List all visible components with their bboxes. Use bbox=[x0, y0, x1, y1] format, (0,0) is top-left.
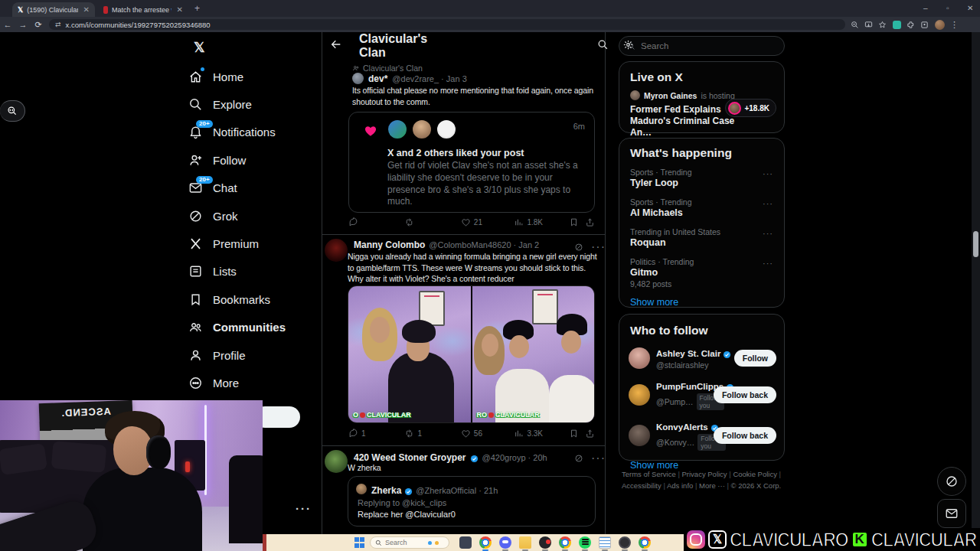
author-name[interactable]: 420 Weed Stoner Groyper bbox=[354, 452, 466, 463]
trend-item[interactable]: Sports · Trending Tyler Loop ··· bbox=[630, 168, 773, 188]
account-more-icon[interactable]: ··· bbox=[296, 502, 312, 515]
sidebar-item-explore[interactable]: Explore bbox=[188, 90, 318, 118]
taskbar-browser-icon[interactable] bbox=[639, 536, 651, 549]
trend-more-icon[interactable]: ··· bbox=[763, 169, 773, 178]
follow-suggestion[interactable]: Ashley St. Clair @stclairashley Follow bbox=[629, 347, 776, 370]
repost-button[interactable]: 1 bbox=[404, 429, 460, 439]
author-name[interactable]: dev* bbox=[368, 73, 387, 84]
like-button[interactable]: 56 bbox=[461, 429, 514, 439]
x-logo[interactable]: 𝕏 bbox=[194, 39, 205, 56]
taskbar-task-view-icon[interactable] bbox=[459, 536, 472, 549]
liker-avatar[interactable] bbox=[436, 119, 457, 140]
back-arrow-icon[interactable] bbox=[330, 38, 342, 54]
footer-link[interactable]: Cookie Policy bbox=[733, 470, 781, 478]
widgets-button[interactable] bbox=[263, 534, 266, 551]
forward-icon[interactable]: → bbox=[15, 20, 31, 29]
footer-more-link[interactable]: More ··· bbox=[699, 481, 731, 490]
taskbar-chrome-icon[interactable] bbox=[479, 536, 492, 549]
share-button[interactable] bbox=[585, 429, 595, 439]
browser-profile-avatar[interactable] bbox=[935, 20, 945, 30]
browser-menu-icon[interactable]: ⋮ bbox=[950, 20, 959, 30]
extension-icon[interactable] bbox=[893, 21, 901, 29]
back-icon[interactable]: ← bbox=[0, 20, 15, 29]
sidebar-item-grok[interactable]: Grok bbox=[188, 202, 318, 230]
trend-more-icon[interactable]: ··· bbox=[763, 229, 773, 238]
taskbar-spotify-icon[interactable] bbox=[579, 536, 591, 549]
grok-fab-button[interactable] bbox=[937, 467, 966, 496]
footer-link[interactable]: Accessibility bbox=[622, 481, 667, 490]
live-on-x-card[interactable]: Live on X Myron Gaines is hosting Former… bbox=[619, 61, 785, 133]
site-info-icon[interactable]: ⇄ bbox=[55, 21, 61, 28]
post-media[interactable]: OCLAVICULAR ROCLAVICULAR bbox=[348, 285, 595, 423]
author-name[interactable]: Manny Colombo bbox=[354, 240, 425, 250]
taskbar-notepad-icon[interactable] bbox=[599, 536, 611, 549]
reload-icon[interactable]: ⟳ bbox=[31, 20, 46, 30]
post-community-row[interactable]: Clavicular's Clan bbox=[352, 64, 423, 73]
search-box[interactable] bbox=[619, 36, 785, 56]
sidebar-item-chat[interactable]: 20+ Chat bbox=[188, 174, 318, 202]
start-button[interactable] bbox=[354, 537, 365, 548]
follow-back-button[interactable]: Follow back bbox=[714, 386, 776, 403]
tab-group-icon[interactable] bbox=[920, 21, 929, 29]
liker-avatar[interactable] bbox=[387, 119, 408, 140]
scrollbar-track[interactable] bbox=[972, 32, 980, 534]
trend-more-icon[interactable]: ··· bbox=[763, 199, 773, 208]
screen-magnifier-button[interactable] bbox=[0, 100, 25, 122]
footer-link[interactable]: Ads info bbox=[667, 481, 699, 490]
live-viewers-pill[interactable]: +18.8K bbox=[725, 99, 776, 117]
sidebar-item-premium[interactable]: Premium bbox=[188, 230, 318, 257]
minimize-button[interactable]: – bbox=[923, 4, 928, 12]
trend-item[interactable]: Politics · Trending Gitmo 9,482 posts ··… bbox=[630, 257, 773, 289]
messages-fab-button[interactable] bbox=[937, 499, 966, 528]
sidebar-item-more[interactable]: More bbox=[188, 369, 318, 396]
sidebar-item-home[interactable]: Home bbox=[188, 63, 318, 90]
zoom-indicator-icon[interactable] bbox=[851, 21, 859, 29]
browser-tab-2[interactable]: Match the arrestee with their a... ✕ bbox=[98, 2, 188, 17]
bookmark-button[interactable] bbox=[569, 429, 579, 439]
maximize-button[interactable]: ▫ bbox=[946, 4, 949, 12]
follow-button[interactable]: Follow bbox=[734, 350, 776, 367]
sidebar-item-notifications[interactable]: 20+ Notifications bbox=[188, 119, 318, 146]
reply-button[interactable]: 1 bbox=[348, 429, 404, 439]
follow-suggestion[interactable]: KonvyAlerts @Konvy… Follows you Follow b… bbox=[629, 420, 776, 451]
gear-icon[interactable] bbox=[622, 39, 634, 54]
footer-link[interactable]: Terms of Service bbox=[622, 470, 682, 478]
search-icon[interactable] bbox=[597, 39, 609, 54]
reply-button[interactable] bbox=[348, 217, 404, 227]
taskbar-app-icon[interactable] bbox=[539, 536, 551, 549]
footer-link[interactable]: Privacy Policy bbox=[682, 470, 733, 478]
avatar[interactable] bbox=[325, 239, 348, 262]
search-input[interactable] bbox=[641, 41, 756, 51]
share-button[interactable] bbox=[585, 217, 595, 227]
close-button[interactable]: ✕ bbox=[967, 4, 973, 12]
url-bar[interactable]: ⇄ x.com/i/communities/199279752025934688… bbox=[49, 19, 845, 30]
scrollbar-thumb[interactable] bbox=[973, 231, 978, 257]
repost-button[interactable] bbox=[404, 217, 460, 227]
quoted-post[interactable]: Zherka @ZherkaOfficial · 21h Replying to… bbox=[348, 476, 596, 527]
taskbar-explorer-icon[interactable] bbox=[519, 536, 531, 549]
tab-close-icon[interactable]: ✕ bbox=[83, 5, 90, 14]
new-tab-button[interactable]: + bbox=[194, 3, 200, 14]
views-button[interactable]: 1.8K bbox=[514, 217, 566, 227]
views-button[interactable]: 3.3K bbox=[514, 429, 566, 439]
browser-tab-1[interactable]: 𝕏 (1590) Clavicular's Clan Comm... ✕ bbox=[12, 2, 95, 17]
sidebar-item-follow[interactable]: Follow bbox=[188, 146, 318, 174]
sidebar-item-lists[interactable]: Lists bbox=[188, 258, 318, 285]
trend-item[interactable]: Sports · Trending Al Michaels ··· bbox=[630, 197, 773, 218]
sidebar-item-bookmarks[interactable]: Bookmarks bbox=[188, 285, 318, 313]
avatar[interactable] bbox=[352, 73, 364, 84]
like-button[interactable]: 21 bbox=[461, 217, 514, 227]
install-icon[interactable] bbox=[864, 21, 873, 29]
show-more-link[interactable]: Show more bbox=[630, 297, 784, 308]
avatar[interactable] bbox=[325, 450, 348, 473]
extensions-puzzle-icon[interactable] bbox=[906, 21, 915, 29]
taskbar-discord-icon[interactable] bbox=[499, 536, 511, 549]
trend-item[interactable]: Trending in United States Roquan ··· bbox=[630, 227, 773, 248]
taskbar-search-input[interactable] bbox=[385, 539, 425, 546]
sidebar-item-profile[interactable]: Profile bbox=[188, 341, 318, 369]
grok-actions-icon[interactable] bbox=[574, 454, 583, 463]
liker-avatar[interactable] bbox=[411, 119, 433, 140]
taskbar-chrome-icon[interactable] bbox=[559, 536, 571, 549]
taskbar-camera-app-icon[interactable] bbox=[619, 536, 631, 549]
sidebar-item-communities[interactable]: Communities bbox=[188, 314, 318, 341]
